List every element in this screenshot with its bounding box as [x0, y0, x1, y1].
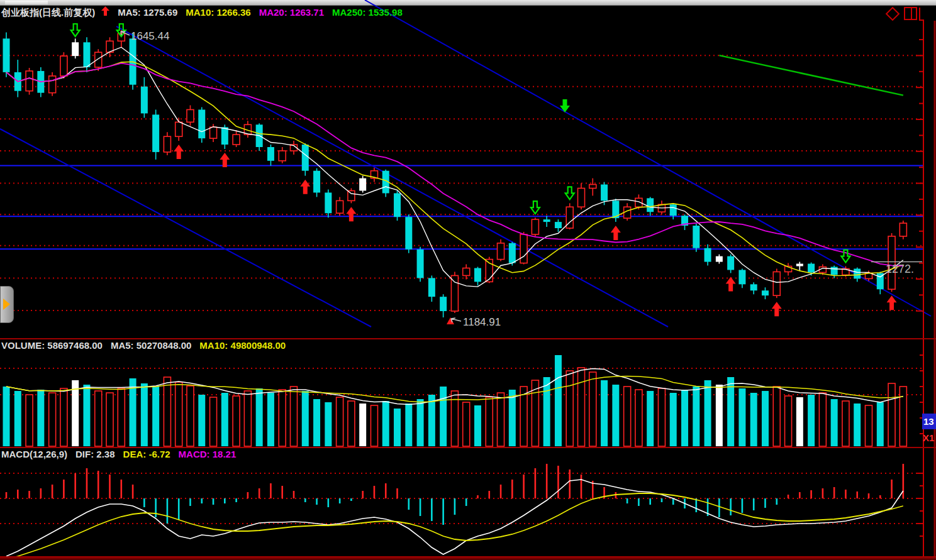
volume-axis-badge: 13 — [922, 414, 936, 429]
price-annotations: 1645.441184.911272. — [121, 30, 922, 328]
buy-arrow-icon — [174, 145, 184, 159]
bottom-border — [0, 556, 936, 560]
buy-arrow-icon — [726, 277, 736, 291]
trendline-sell-marker — [560, 99, 570, 113]
ma250-line — [719, 55, 903, 96]
macd-readout: MACD: 18.21 — [179, 449, 237, 459]
sell-arrow-icon — [531, 201, 540, 214]
ma250-readout: MA250: 1535.98 — [332, 7, 403, 18]
volume-panel-separator — [0, 338, 936, 339]
ma10-readout: MA10: 1266.36 — [186, 7, 250, 18]
window-split-icon[interactable] — [904, 7, 917, 20]
trading-terminal-window: 1645.441184.911272. 创业板指(日线.前复权)MA5: 127… — [0, 0, 936, 560]
ma-lines — [6, 47, 903, 287]
main-chart-header: 创业板指(日线.前复权)MA5: 1275.69MA10: 1266.36MA2… — [1, 6, 411, 19]
volume-header: VOLUME: 58697468.00MA5: 50270848.00MA10:… — [1, 340, 294, 351]
macd-formula: MACD(12,26,9) — [1, 449, 67, 459]
horizontal-trend-levels — [0, 165, 923, 249]
buy-arrow-icon — [887, 295, 897, 310]
ma5-readout: MA5: 1275.69 — [118, 7, 177, 18]
macd-panel-separator — [0, 447, 936, 448]
svg-text:1184.91: 1184.91 — [463, 316, 501, 328]
buy-arrow-icon — [611, 226, 621, 240]
volume-multiplier-label: X1 — [922, 431, 936, 445]
buy-arrow-icon — [772, 302, 782, 316]
window-split-icon-tail — [919, 8, 920, 21]
symbol-title: 创业板指(日线.前复权) — [1, 7, 95, 18]
sidebar-expand-handle[interactable] — [0, 286, 14, 323]
buy-arrow-icon — [346, 207, 356, 221]
dif-readout: DIF: 2.38 — [75, 449, 115, 459]
volume-readout: VOLUME: 58697468.00 — [1, 340, 103, 351]
descending-trendlines — [0, 0, 931, 327]
right-axis — [916, 21, 935, 557]
candlesticks — [3, 30, 907, 317]
svg-text:1645.44: 1645.44 — [131, 30, 169, 42]
macd-gridlines — [0, 473, 923, 524]
trend-up-icon — [101, 6, 109, 16]
volume-ma10-readout: MA10: 49800948.00 — [199, 340, 286, 351]
volume-gridlines — [0, 368, 923, 395]
volume-ma5-readout: MA5: 50270848.00 — [111, 340, 191, 351]
chart-area[interactable]: 1645.441184.911272. — [0, 0, 936, 560]
macd-dif-dea-lines — [6, 480, 903, 559]
buy-arrow-icon — [300, 180, 310, 194]
ma20-readout: MA20: 1263.71 — [259, 7, 324, 18]
macd-header: MACD(12,26,9)DIF: 2.38DEA: -6.72MACD: 18… — [1, 449, 244, 459]
sell-arrow-icon — [71, 24, 80, 36]
svg-text:1272.: 1272. — [886, 263, 914, 275]
sell-arrow-icon — [566, 187, 574, 199]
dea-readout: DEA: -6.72 — [123, 449, 170, 459]
